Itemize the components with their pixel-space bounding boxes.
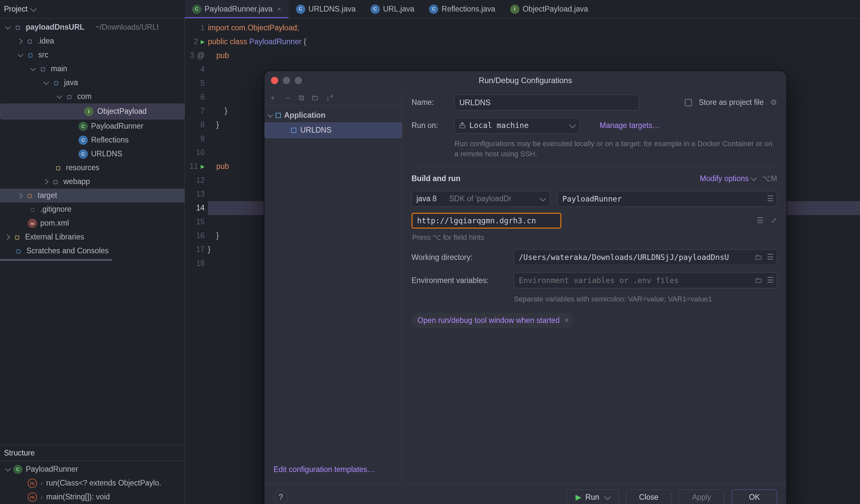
folder-icon: ▢ [52,78,61,87]
project-root[interactable]: ▢payloadDnsURL ~/Downloads/URLI [0,20,185,34]
help-button[interactable]: ? [274,490,288,504]
structure-method-main[interactable]: m↓main(String[]): void [0,490,185,504]
config-category-application[interactable]: Application [264,108,402,122]
working-dir-label: Working directory: [412,252,507,263]
run-line-icon[interactable]: ▶ [201,38,205,45]
sort-icon[interactable]: ↓ᴬ [326,93,333,103]
tree-objectpayload[interactable]: IObjectPayload [0,104,185,119]
name-input[interactable] [455,95,639,110]
horizontal-scrollbar[interactable] [0,258,185,261]
modify-options-link[interactable]: Modify options ⌥M [700,174,777,184]
tab-payloadrunner[interactable]: C PayloadRunner.java × [185,0,289,18]
copy-icon[interactable]: ⧉ [299,93,304,103]
scratches-icon: ▢ [14,247,23,256]
option-chip-open-tool-window[interactable]: Open run/debug tool window when started× [412,313,575,328]
structure-tree[interactable]: CPayloadRunner m↓run(Class<? extends Obj… [0,461,185,504]
runnable-class-icon: C [13,465,23,474]
jre-select[interactable]: java 8 SDK of 'payloadDr [412,191,550,207]
tree-scratches[interactable]: ▢Scratches and Consoles [0,244,185,258]
run-on-label: Run on: [412,120,448,131]
folder-icon: ▢ [38,64,47,74]
tree-webapp[interactable]: ▢webapp [0,175,185,189]
tree-pom[interactable]: mpom.xml [0,217,185,230]
run-button[interactable]: ▶Run [567,489,619,504]
folder-icon[interactable]: 🗀 [755,276,762,286]
config-tree[interactable]: Application URLDNS [264,106,402,456]
tree-resources[interactable]: ▢resources [0,161,185,175]
run-on-select[interactable]: Local machine [455,118,580,134]
folder-icon[interactable]: 🗀 [755,252,762,263]
tab-objectpayload[interactable]: I ObjectPayload.java [503,0,596,18]
close-window-icon[interactable] [271,77,278,84]
application-icon [275,113,281,118]
folder-icon: ▢ [13,23,23,32]
tree-reflections[interactable]: CReflections [0,133,185,147]
apply-button[interactable]: Apply [679,489,725,504]
list-icon[interactable]: ☰ [757,216,764,226]
editor-gutter[interactable]: 1 2 ▶ 3 @ 456789 10 11 ▶ 1213 14 1516171… [185,18,208,504]
program-arguments-input[interactable] [412,213,561,228]
tree-target[interactable]: ▢target [0,189,185,203]
project-tree[interactable]: ▢payloadDnsURL ~/Downloads/URLI ▢.idea ▢… [0,18,185,445]
remove-icon[interactable]: － [284,93,291,103]
zoom-window-icon[interactable] [295,77,302,84]
tree-java[interactable]: ▢java [0,76,185,90]
structure-method-run[interactable]: m↓run(Class<? extends ObjectPaylo. [0,476,185,490]
tree-idea[interactable]: ▢.idea [0,34,185,48]
tree-gitignore[interactable]: ◌.gitignore [0,203,185,217]
runnable-class-icon: C [192,5,201,14]
folder-icon: ▢ [26,50,35,60]
tab-urldns[interactable]: C URLDNS.java [289,0,363,18]
add-icon[interactable]: ＋ [269,93,276,103]
list-icon[interactable]: ☰ [767,276,774,286]
working-dir-input[interactable] [514,249,777,265]
store-as-project-checkbox[interactable] [685,99,692,106]
dialog-titlebar[interactable]: Run/Debug Configurations [264,71,786,90]
class-icon: C [296,5,305,14]
config-toolbar: ＋ － ⧉ 🗀 ↓ᴬ [264,90,402,106]
libraries-icon: ▢ [13,233,22,242]
interface-icon: I [510,5,519,14]
tree-main[interactable]: ▢main [0,62,185,76]
save-template-icon[interactable]: 🗀 [311,93,319,103]
run-on-note: Run configurations may be executed local… [455,139,777,159]
tree-com[interactable]: ▢com [0,90,185,104]
structure-class[interactable]: CPayloadRunner [0,462,185,476]
tree-ext-libs[interactable]: ▢External Libraries [0,230,185,244]
class-icon: C [78,149,88,159]
method-icon: m [28,479,37,488]
dialog-title: Run/Debug Configurations [264,75,786,86]
build-run-title: Build and run [412,174,460,184]
runnable-class-icon: C [78,122,88,131]
list-icon[interactable]: ☰ [767,194,774,204]
main-class-input[interactable] [557,191,777,207]
close-button[interactable]: Close [626,489,672,504]
tree-urldns[interactable]: CURLDNS [0,147,185,161]
project-toolwindow-header[interactable]: Project [0,0,185,18]
resources-icon: ▢ [54,163,63,173]
remove-chip-icon[interactable]: × [564,315,569,326]
tree-payloadrunner[interactable]: CPayloadRunner [0,119,185,133]
code-text: pub [208,50,229,61]
structure-toolwindow-header[interactable]: Structure [0,445,185,461]
folder-icon: ▢ [51,177,60,187]
env-input[interactable] [514,272,777,288]
tree-src[interactable]: ▢src [0,48,185,62]
config-item-urldns[interactable]: URLDNS [264,122,402,138]
editor-tabs: C PayloadRunner.java × C URLDNS.java C U… [185,0,860,18]
edit-templates-link[interactable]: Edit configuration templates… [264,456,402,483]
folder-icon: ▢ [25,191,34,200]
list-icon[interactable]: ☰ [767,252,774,263]
tab-url[interactable]: C URL.java [363,0,422,18]
tab-reflections[interactable]: C Reflections.java [422,0,503,18]
gear-icon[interactable]: ⚙ [770,97,777,107]
minimize-window-icon[interactable] [283,77,290,84]
manage-targets-link[interactable]: Manage targets… [600,120,660,131]
run-debug-config-dialog: Run/Debug Configurations ＋ － ⧉ 🗀 ↓ᴬ Appl… [264,71,787,504]
run-line-icon[interactable]: ▶ [201,163,205,170]
ok-button[interactable]: OK [732,489,777,504]
expand-icon[interactable]: ⤢ [771,216,777,226]
tab-label: ObjectPayload.java [523,4,588,14]
close-icon[interactable]: × [277,5,281,14]
env-label: Environment variables: [412,276,507,286]
